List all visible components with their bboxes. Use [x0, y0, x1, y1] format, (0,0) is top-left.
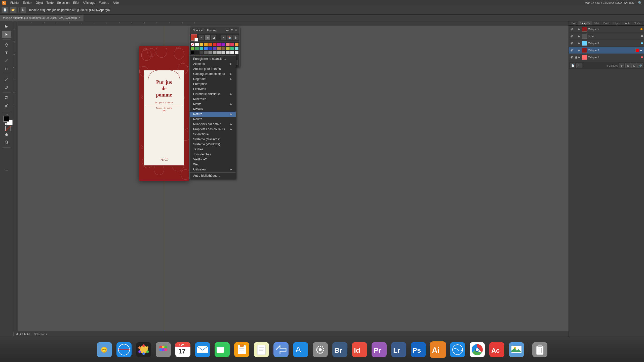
shape-tool[interactable] — [2, 65, 11, 73]
more-tools-btn[interactable]: ··· — [2, 166, 11, 174]
dock-clipboard[interactable] — [233, 341, 251, 359]
swatch-gray-1[interactable] — [204, 51, 208, 54]
swatch-pink-2[interactable] — [226, 43, 230, 46]
swatch-green-1[interactable] — [191, 47, 194, 50]
rotate-tool[interactable] — [2, 94, 11, 101]
menu-edition[interactable]: Edition — [21, 0, 34, 6]
swatch-teal-1[interactable] — [199, 47, 203, 50]
swatch-green-2[interactable] — [195, 47, 199, 50]
menu-texte[interactable]: Texte — [45, 0, 55, 6]
dock-mail[interactable] — [193, 341, 212, 359]
menu-nature[interactable]: Nature ▶ — [190, 112, 236, 117]
menu-metaux[interactable]: Métaux — [190, 107, 236, 112]
menu-tons-chair[interactable]: Tons de chair — [190, 152, 236, 157]
menu-scientifique[interactable]: Scientifique — [190, 132, 236, 137]
pencil-tool[interactable] — [2, 83, 11, 91]
layer-visibility-calque5[interactable] — [570, 27, 574, 31]
menu-nuanciers-defaut[interactable]: Nuanciers par défaut ▶ — [190, 122, 236, 127]
swatch-gray-5[interactable] — [221, 51, 225, 54]
swatch-blue-2[interactable] — [208, 47, 212, 50]
menu-articles-enfants[interactable]: Articles pour enfants — [190, 66, 236, 71]
dock-finder[interactable]: 😊 — [95, 341, 113, 359]
dock-facetime[interactable] — [213, 341, 231, 359]
menu-systeme-win[interactable]: Système (Windows) — [190, 142, 236, 147]
swatch-black[interactable] — [191, 51, 194, 54]
tab-calques[interactable]: Calques — [578, 21, 592, 25]
swatch-red-1[interactable] — [213, 43, 216, 46]
tab-formes[interactable]: Formes — [205, 27, 218, 33]
fit-artboard-btn[interactable]: ⊞ — [625, 63, 631, 68]
layer-lock-texte[interactable] — [574, 34, 578, 38]
swatch-pink-1[interactable] — [217, 43, 221, 46]
text-tool[interactable]: T — [2, 49, 11, 57]
menu-entreprise[interactable]: Entreprise — [190, 81, 236, 86]
canvas-area[interactable]: -4 -3 -2 -1 0 1 2 3 4 5 6 7 8 9 -3 -2 -1… — [13, 21, 569, 337]
swatch-gray-4[interactable] — [217, 51, 221, 54]
layer-lock-calque3[interactable] — [574, 41, 578, 45]
swatch-library-btn[interactable]: 📚 — [227, 35, 232, 40]
next-page-btn[interactable]: ▶ — [24, 332, 26, 336]
menu-aliments[interactable]: Aliments ▶ — [190, 61, 236, 66]
line-tool[interactable] — [2, 57, 11, 65]
tab-nuancier[interactable]: Nuancier — [191, 27, 205, 33]
dock-appstore[interactable]: A — [292, 341, 310, 359]
selection-tool[interactable] — [2, 23, 11, 30]
dock-iphoto[interactable] — [507, 341, 526, 359]
dock-bridge[interactable]: Br — [331, 341, 349, 359]
arrange-btn[interactable]: ⊞ — [20, 7, 26, 13]
new-doc-btn[interactable]: 📄 — [2, 7, 9, 13]
layer-lock-calque2[interactable] — [574, 49, 578, 52]
menu-fenetre[interactable]: Fenêtre — [97, 0, 111, 6]
dock-transloader[interactable] — [272, 341, 290, 359]
last-page-btn[interactable]: ▶| — [27, 332, 30, 336]
mode-dropdown-icon[interactable]: ▸ — [46, 332, 48, 336]
menu-affichage[interactable]: Affichage — [81, 0, 97, 6]
layer-row-calque1[interactable]: ▶ Calque 1 — [569, 54, 644, 61]
dock-premiere[interactable]: Pr — [370, 341, 388, 359]
menu-save-nuancier[interactable]: Enregistrer le nuancier... — [190, 56, 236, 61]
swatch-olive-1[interactable] — [226, 47, 230, 50]
layer-row-texte[interactable]: ▶ texte — [569, 33, 644, 40]
dock-indesign[interactable]: Id — [350, 341, 369, 359]
menu-effet[interactable]: Effet — [71, 0, 81, 6]
pen-tool[interactable] — [2, 41, 11, 49]
swatch-cyan-1[interactable] — [235, 47, 238, 50]
panel-close-btn[interactable]: ✕ — [234, 29, 238, 32]
menu-proprietes[interactable]: Propriétés des couleurs ▶ — [190, 127, 236, 132]
create-link-btn[interactable]: 🔗 — [637, 63, 643, 68]
fg-bg-colors[interactable] — [4, 116, 13, 125]
swatch-red-2[interactable] — [230, 43, 234, 46]
no-color-swatch[interactable] — [5, 126, 11, 131]
menu-web[interactable]: Web — [190, 162, 236, 167]
swatch-lightgray-2[interactable] — [235, 51, 238, 54]
layer-visibility-calque3[interactable] — [570, 41, 574, 45]
hand-tool[interactable] — [2, 130, 11, 138]
list-view-btn[interactable]: ≡ — [199, 35, 204, 40]
menu-historique[interactable]: Historique artistique ▶ — [190, 92, 236, 97]
swatch-gray-3[interactable] — [213, 51, 216, 54]
menu-motifs[interactable]: Motifs ▶ — [190, 102, 236, 107]
dock-illustrator[interactable]: Ai — [428, 340, 448, 359]
delete-layer-btn[interactable]: 🗑 — [619, 63, 624, 68]
swatch-blue-1[interactable] — [204, 47, 208, 50]
swatch-green-3[interactable] — [230, 47, 234, 50]
make-sublayer-btn[interactable]: 📄 — [570, 63, 575, 68]
menu-degrades[interactable]: Dégradés ▶ — [190, 76, 236, 81]
swatch-orange-3[interactable] — [235, 43, 238, 46]
tab-plans[interactable]: Plans — [601, 21, 612, 25]
swatch-yellow-1[interactable] — [199, 43, 203, 46]
dock-notes[interactable] — [252, 341, 270, 359]
fill-color-swatch[interactable] — [191, 34, 197, 41]
panel-menu-btn[interactable]: ▸▸ — [225, 29, 230, 32]
dock-trash[interactable] — [531, 341, 549, 359]
layer-visibility-texte[interactable] — [570, 34, 574, 38]
dock-calendar[interactable]: nov.17 — [174, 341, 192, 359]
menu-selection[interactable]: Sélection — [55, 0, 71, 6]
swatch-brown-2[interactable] — [221, 47, 225, 50]
layer-expand-calque2[interactable]: ▶ — [578, 49, 581, 52]
tab-prop[interactable]: Prop — [569, 21, 578, 25]
swatch-brown-1[interactable] — [217, 47, 221, 50]
paintbrush-tool[interactable] — [2, 75, 11, 83]
swatch-white[interactable] — [195, 43, 199, 46]
grid-view-btn[interactable]: ⊞ — [205, 35, 210, 40]
